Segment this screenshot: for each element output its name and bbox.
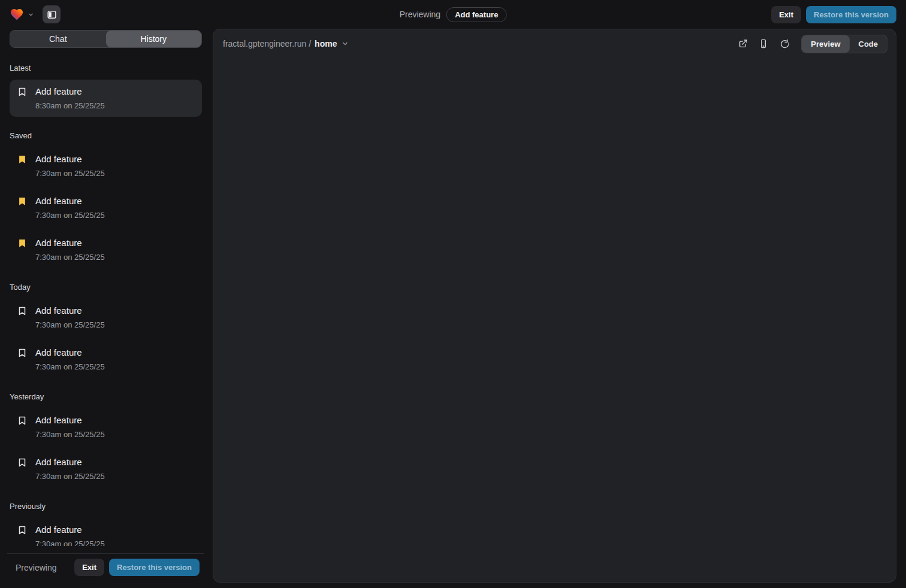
history-item-title: Add feature — [35, 345, 82, 360]
history-item-title: Add feature — [35, 523, 82, 537]
footer-previewing-label: Previewing — [16, 563, 56, 572]
topbar-center: Previewing Add feature — [400, 0, 507, 29]
history-item[interactable]: Add feature7:30am on 25/25/25 — [10, 518, 202, 546]
history-item[interactable]: Add feature8:30am on 25/25/25 — [10, 80, 202, 117]
restore-version-button[interactable]: Restore this version — [806, 6, 896, 23]
bookmark-filled-icon[interactable] — [17, 154, 28, 165]
previewing-label: Previewing — [400, 10, 440, 19]
history-item-row: Add feature — [17, 84, 195, 99]
history-item-title: Add feature — [35, 413, 82, 428]
history-section: SavedAdd feature7:30am on 25/25/25Add fe… — [10, 131, 202, 268]
bookmark-outline-icon[interactable] — [17, 525, 28, 535]
history-list: LatestAdd feature8:30am on 25/25/25Saved… — [10, 49, 202, 546]
history-item-title: Add feature — [35, 236, 82, 250]
history-item-timestamp: 7:30am on 25/25/25 — [35, 471, 195, 483]
bookmark-filled-icon[interactable] — [17, 238, 28, 248]
preview-header-actions: PreviewCode — [734, 35, 887, 53]
preview-panel: fractal.gptengineer.run / home — [213, 29, 896, 583]
external-link-icon — [738, 39, 748, 49]
history-item-row: Add feature — [17, 413, 195, 428]
history-item-title: Add feature — [35, 84, 82, 99]
footer-restore-version-button[interactable]: Restore this version — [109, 559, 200, 576]
topbar: Previewing Add feature Exit Restore this… — [0, 0, 906, 29]
footer-exit-button[interactable]: Exit — [74, 559, 104, 576]
version-pill[interactable]: Add feature — [446, 7, 506, 22]
tab-history[interactable]: History — [106, 31, 202, 47]
bookmark-outline-icon[interactable] — [17, 457, 28, 468]
tab-preview[interactable]: Preview — [802, 35, 849, 53]
address-prefix: fractal.gptengineer.run / — [223, 39, 311, 49]
history-item[interactable]: Add feature7:30am on 25/25/25 — [10, 189, 202, 226]
history-item-timestamp: 7:30am on 25/25/25 — [35, 429, 195, 441]
history-item-row: Add feature — [17, 236, 195, 250]
sidebar-tabs: ChatHistory — [10, 30, 202, 48]
preview-viewport[interactable] — [213, 58, 896, 582]
history-item-timestamp: 7:30am on 25/25/25 — [35, 319, 195, 331]
bookmark-outline-icon[interactable] — [17, 347, 28, 358]
history-section: YesterdayAdd feature7:30am on 25/25/25Ad… — [10, 392, 202, 487]
history-section: PreviouslyAdd feature7:30am on 25/25/25A… — [10, 502, 202, 546]
refresh-button[interactable] — [775, 35, 793, 53]
history-item[interactable]: Add feature7:30am on 25/25/25 — [10, 299, 202, 336]
section-title: Latest — [10, 63, 202, 72]
section-title: Previously — [10, 502, 202, 511]
history-item-timestamp: 7:30am on 25/25/25 — [35, 210, 195, 222]
open-external-button[interactable] — [734, 35, 752, 53]
panel-left-icon — [47, 10, 57, 20]
history-item-row: Add feature — [17, 455, 195, 469]
history-item-timestamp: 7:30am on 25/25/25 — [35, 361, 195, 373]
history-section: TodayAdd feature7:30am on 25/25/25Add fe… — [10, 283, 202, 378]
mobile-view-button[interactable] — [754, 35, 772, 53]
heart-logo-icon[interactable] — [10, 7, 24, 22]
history-item[interactable]: Add feature7:30am on 25/25/25 — [10, 231, 202, 268]
history-item-timestamp: 7:30am on 25/25/25 — [35, 538, 195, 546]
chevron-down-icon[interactable] — [28, 11, 34, 18]
history-item-title: Add feature — [35, 455, 82, 469]
chevron-down-icon — [342, 40, 349, 47]
sidebar-footer: Previewing Exit Restore this version — [7, 553, 204, 581]
bookmark-outline-icon[interactable] — [17, 305, 28, 316]
preview-header: fractal.gptengineer.run / home — [213, 29, 896, 58]
history-item[interactable]: Add feature7:30am on 25/25/25 — [10, 147, 202, 184]
history-item-row: Add feature — [17, 345, 195, 360]
history-item-row: Add feature — [17, 523, 195, 537]
history-section: LatestAdd feature8:30am on 25/25/25 — [10, 63, 202, 117]
tab-code[interactable]: Code — [850, 35, 887, 53]
history-item-row: Add feature — [17, 304, 195, 318]
history-item[interactable]: Add feature7:30am on 25/25/25 — [10, 450, 202, 487]
topbar-right: Exit Restore this version — [771, 6, 896, 23]
history-item[interactable]: Add feature7:30am on 25/25/25 — [10, 408, 202, 445]
topbar-left — [10, 5, 61, 23]
exit-button[interactable]: Exit — [771, 6, 801, 23]
preview-code-tabs: PreviewCode — [801, 35, 887, 53]
sidebar-toggle-button[interactable] — [43, 5, 61, 23]
bookmark-filled-icon[interactable] — [17, 196, 28, 207]
address-page: home — [315, 39, 337, 49]
history-item-row: Add feature — [17, 152, 195, 166]
history-sidebar: ChatHistory LatestAdd feature8:30am on 2… — [10, 30, 202, 581]
refresh-icon — [779, 39, 789, 49]
history-item-row: Add feature — [17, 194, 195, 208]
smartphone-icon — [759, 39, 768, 49]
history-item-title: Add feature — [35, 152, 82, 166]
footer-buttons: Exit Restore this version — [74, 559, 200, 576]
bookmark-outline-icon[interactable] — [17, 415, 28, 426]
bookmark-outline-icon[interactable] — [17, 86, 28, 97]
preview-address-dropdown[interactable]: fractal.gptengineer.run / home — [223, 39, 349, 49]
history-item-timestamp: 7:30am on 25/25/25 — [35, 168, 195, 180]
history-item-timestamp: 8:30am on 25/25/25 — [35, 100, 195, 112]
history-item-title: Add feature — [35, 194, 82, 208]
history-item-title: Add feature — [35, 304, 82, 318]
tab-chat[interactable]: Chat — [10, 31, 106, 47]
section-title: Today — [10, 283, 202, 292]
history-item-timestamp: 7:30am on 25/25/25 — [35, 251, 195, 263]
section-title: Saved — [10, 131, 202, 140]
history-item[interactable]: Add feature7:30am on 25/25/25 — [10, 341, 202, 378]
section-title: Yesterday — [10, 392, 202, 401]
